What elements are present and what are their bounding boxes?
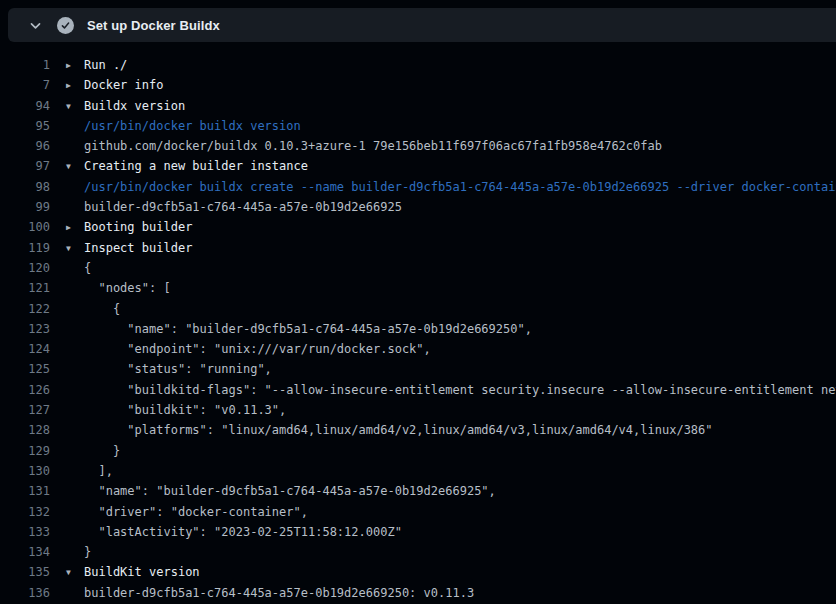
log-text-row: ], [50,461,113,481]
log-line: 7▶Docker info [0,75,836,95]
output-text: "buildkitd-flags": "--allow-insecure-ent… [84,383,836,397]
log-line: 134} [0,542,836,562]
line-number[interactable]: 127 [0,400,50,420]
log-lines: 1▶Run ./7▶Docker info94▼Buildx version95… [0,42,836,604]
log-line: 123 "name": "builder-d9cfb5a1-c764-445a-… [0,319,836,339]
line-number[interactable]: 133 [0,522,50,542]
log-line: 133 "lastActivity": "2023-02-25T11:58:12… [0,522,836,542]
log-text-row: builder-d9cfb5a1-c764-445a-a57e-0b19d2e6… [50,197,402,217]
output-text: "endpoint": "unix:///var/run/docker.sock… [84,342,431,356]
line-number[interactable]: 119 [0,238,50,258]
group-title[interactable]: BuildKit version [84,565,200,579]
log-line: 96github.com/docker/buildx 0.10.3+azure-… [0,136,836,156]
log-group-row[interactable]: ▶Docker info [50,75,163,95]
line-number[interactable]: 95 [0,116,50,136]
group-title[interactable]: Buildx version [84,99,185,113]
output-text: "name": "builder-d9cfb5a1-c764-445a-a57e… [84,484,496,498]
line-number[interactable]: 99 [0,197,50,217]
log-group-row[interactable]: ▼Creating a new builder instance [50,156,308,176]
line-number[interactable]: 96 [0,136,50,156]
output-text: "lastActivity": "2023-02-25T11:58:12.000… [84,525,402,539]
line-number[interactable]: 100 [0,217,50,237]
line-number[interactable]: 97 [0,156,50,176]
log-line: 129 } [0,441,836,461]
log-line: 136builder-d9cfb5a1-c764-445a-a57e-0b19d… [0,583,836,603]
line-number[interactable]: 7 [0,75,50,95]
line-number[interactable]: 130 [0,461,50,481]
log-line: 126 "buildkitd-flags": "--allow-insecure… [0,380,836,400]
log-text-row: "name": "builder-d9cfb5a1-c764-445a-a57e… [50,481,496,501]
log-text-row: { [50,258,91,278]
log-line: 125 "status": "running", [0,359,836,379]
log-group-row[interactable]: ▼Inspect builder [50,238,192,258]
line-number[interactable]: 129 [0,441,50,461]
output-text: "status": "running", [84,362,272,376]
log-text-row: "buildkitd-flags": "--allow-insecure-ent… [50,380,836,400]
group-expanded-icon[interactable]: ▼ [66,97,84,117]
log-line: 122 { [0,299,836,319]
group-collapsed-icon[interactable]: ▶ [66,218,84,238]
step-title: Set up Docker Buildx [87,18,220,33]
output-text: "nodes": [ [84,281,171,295]
group-expanded-icon[interactable]: ▼ [66,239,84,259]
log-group-row[interactable]: ▼BuildKit version [50,562,200,582]
log-line: 97▼Creating a new builder instance [0,156,836,176]
line-number[interactable]: 136 [0,583,50,603]
step-header[interactable]: Set up Docker Buildx [8,8,836,42]
group-expanded-icon[interactable]: ▼ [66,563,84,583]
output-text: builder-d9cfb5a1-c764-445a-a57e-0b19d2e6… [84,586,474,600]
log-line: 127 "buildkit": "v0.11.3", [0,400,836,420]
line-number[interactable]: 122 [0,299,50,319]
output-text: "driver": "docker-container", [84,505,308,519]
log-line: 95/usr/bin/docker buildx version [0,116,836,136]
log-line: 99builder-d9cfb5a1-c764-445a-a57e-0b19d2… [0,197,836,217]
log-text-row: "driver": "docker-container", [50,502,308,522]
output-text: "name": "builder-d9cfb5a1-c764-445a-a57e… [84,322,532,336]
output-text: "buildkit": "v0.11.3", [84,403,286,417]
log-text-row: "lastActivity": "2023-02-25T11:58:12.000… [50,522,402,542]
output-text: } [84,545,91,559]
log-line: 121 "nodes": [ [0,278,836,298]
group-collapsed-icon[interactable]: ▶ [66,76,84,96]
log-group-row[interactable]: ▼Buildx version [50,96,185,116]
line-number[interactable]: 1 [0,55,50,75]
output-text: ], [84,464,113,478]
group-title[interactable]: Creating a new builder instance [84,159,308,173]
output-text: builder-d9cfb5a1-c764-445a-a57e-0b19d2e6… [84,200,402,214]
check-circle-icon [57,17,74,34]
log-line: 119▼Inspect builder [0,238,836,258]
group-title[interactable]: Docker info [84,78,163,92]
output-text: "platforms": "linux/amd64,linux/amd64/v2… [84,423,713,437]
log-line: 120{ [0,258,836,278]
log-line: 132 "driver": "docker-container", [0,502,836,522]
line-number[interactable]: 126 [0,380,50,400]
group-title[interactable]: Booting builder [84,220,192,234]
log-text-row: "endpoint": "unix:///var/run/docker.sock… [50,339,431,359]
log-text-row: "platforms": "linux/amd64,linux/amd64/v2… [50,420,713,440]
line-number[interactable]: 135 [0,562,50,582]
line-number[interactable]: 128 [0,420,50,440]
log-text-row: "status": "running", [50,359,272,379]
group-collapsed-icon[interactable]: ▶ [66,56,84,76]
log-text-row: /usr/bin/docker buildx version [50,116,301,136]
line-number[interactable]: 124 [0,339,50,359]
log-line: 130 ], [0,461,836,481]
log-group-row[interactable]: ▶Booting builder [50,217,192,237]
line-number[interactable]: 120 [0,258,50,278]
group-title[interactable]: Run ./ [84,58,127,72]
line-number[interactable]: 98 [0,177,50,197]
group-expanded-icon[interactable]: ▼ [66,157,84,177]
log-text-row: } [50,542,91,562]
chevron-down-icon[interactable] [28,18,43,33]
output-text: { [84,302,120,316]
line-number[interactable]: 131 [0,481,50,501]
line-number[interactable]: 132 [0,502,50,522]
line-number[interactable]: 123 [0,319,50,339]
line-number[interactable]: 134 [0,542,50,562]
output-text: } [84,444,120,458]
group-title[interactable]: Inspect builder [84,241,192,255]
line-number[interactable]: 94 [0,96,50,116]
log-group-row[interactable]: ▶Run ./ [50,55,127,75]
line-number[interactable]: 121 [0,278,50,298]
line-number[interactable]: 125 [0,359,50,379]
